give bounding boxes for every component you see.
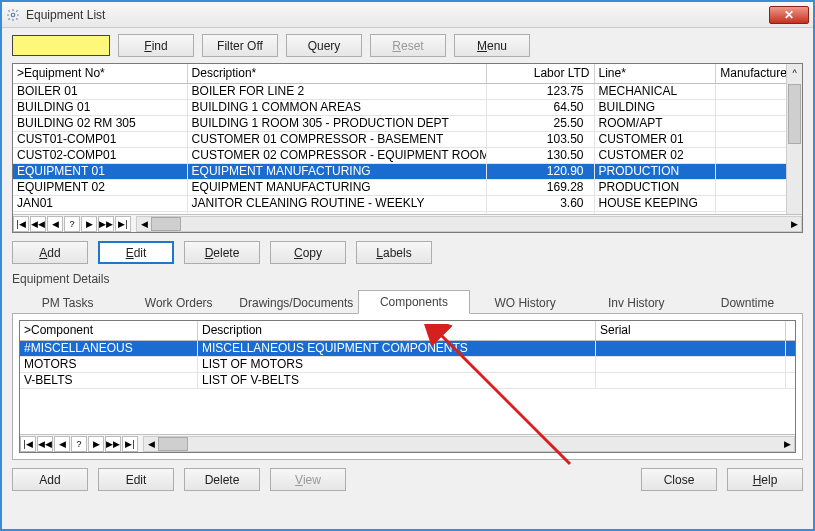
equipment-list-window: Equipment List ✕ FFindind Filter Off Que…	[0, 0, 815, 531]
table-row[interactable]: V-BELTSLIST OF V-BELTS	[20, 373, 795, 389]
scrollbar-thumb[interactable]	[788, 84, 801, 144]
tab-work-orders[interactable]: Work Orders	[123, 291, 234, 314]
menu-button[interactable]: Menu	[454, 34, 530, 57]
reset-button: Reset	[370, 34, 446, 57]
scroll-right-icon[interactable]: ▶	[787, 217, 801, 231]
tab-wo-history[interactable]: WO History	[470, 291, 581, 314]
tab-components[interactable]: Components	[358, 290, 469, 314]
copy-button[interactable]: Copy	[270, 241, 346, 264]
delete-component-button[interactable]: Delete	[184, 468, 260, 491]
table-row[interactable]: EQUIPMENT 02EQUIPMENT MANUFACTURING169.2…	[13, 180, 802, 196]
table-cell: EQUIPMENT MANUFACTURING	[188, 164, 487, 179]
table-cell: HOUSE KEEPING	[595, 196, 717, 211]
hscroll-thumb[interactable]	[158, 437, 188, 451]
horizontal-scrollbar[interactable]: ◀ ▶	[136, 216, 802, 232]
column-header[interactable]: >Component	[20, 321, 198, 340]
equipment-grid: >Equipment No*Description*Labor LTDLine*…	[12, 63, 803, 233]
find-button[interactable]: FFindind	[118, 34, 194, 57]
record-nav-button[interactable]: ▶▶	[105, 436, 121, 452]
scroll-right-icon[interactable]: ▶	[780, 437, 794, 451]
record-nav-button[interactable]: ▶	[81, 216, 97, 232]
bottom-button-row: Add Edit Delete View Close Help	[12, 468, 803, 491]
hscroll-thumb[interactable]	[151, 217, 181, 231]
tab-pm-tasks[interactable]: PM Tasks	[12, 291, 123, 314]
table-cell: 103.50	[487, 132, 595, 147]
close-button[interactable]: Close	[641, 468, 717, 491]
tab-inv-history[interactable]: Inv History	[581, 291, 692, 314]
record-nav-button[interactable]: ◀	[54, 436, 70, 452]
table-cell: BUILDING 1 ROOM 305 - PRODUCTION DEPT	[188, 116, 487, 131]
edit-component-button[interactable]: Edit	[98, 468, 174, 491]
table-row[interactable]: BUILDING 02 RM 305BUILDING 1 ROOM 305 - …	[13, 116, 802, 132]
add-button[interactable]: Add	[12, 241, 88, 264]
record-nav-button[interactable]: ◀◀	[30, 216, 46, 232]
table-cell	[596, 357, 786, 372]
help-button[interactable]: Help	[727, 468, 803, 491]
table-cell	[596, 341, 786, 356]
equipment-grid-header: >Equipment No*Description*Labor LTDLine*…	[13, 64, 802, 84]
column-header[interactable]: Description	[198, 321, 596, 340]
table-row[interactable]: JAN01JANITOR CLEANING ROUTINE - WEEKLY3.…	[13, 196, 802, 212]
details-tabs: PM TasksWork OrdersDrawings/DocumentsCom…	[12, 290, 803, 314]
record-nav-button[interactable]: |◀	[20, 436, 36, 452]
table-cell: CUSTOMER 02	[595, 148, 717, 163]
record-nav-button[interactable]: ◀◀	[37, 436, 53, 452]
search-toolbar: FFindind Filter Off Query Reset Menu	[12, 34, 803, 57]
column-header[interactable]: Line*	[595, 64, 717, 83]
table-cell: CUSTOMER 01 COMPRESSOR - BASEMENT	[188, 132, 487, 147]
column-header[interactable]: Description*	[188, 64, 487, 83]
table-cell: JAN01	[13, 196, 188, 211]
delete-button[interactable]: Delete	[184, 241, 260, 264]
scroll-left-icon[interactable]: ◀	[144, 437, 158, 451]
table-cell: JANITOR CLEANING ROUTINE - WEEKLY	[188, 196, 487, 211]
filter-off-button[interactable]: Filter Off	[202, 34, 278, 57]
record-nav-button[interactable]: ◀	[47, 216, 63, 232]
search-input[interactable]	[12, 35, 110, 56]
scroll-up-icon[interactable]: ^	[789, 66, 800, 80]
table-cell	[596, 373, 786, 388]
table-row[interactable]: BUILDING 01BUILDING 1 COMMON AREAS64.50B…	[13, 100, 802, 116]
column-header[interactable]: Serial	[596, 321, 786, 340]
record-nav-button[interactable]: ▶|	[122, 436, 138, 452]
record-nav-button[interactable]: ▶▶	[98, 216, 114, 232]
components-grid-body[interactable]: #MISCELLANEOUSMISCELLANEOUS EQUIPMENT CO…	[20, 341, 795, 434]
titlebar: Equipment List ✕	[2, 2, 813, 28]
scroll-left-icon[interactable]: ◀	[137, 217, 151, 231]
record-nav-button[interactable]: |◀	[13, 216, 29, 232]
labels-button[interactable]: Labels	[356, 241, 432, 264]
components-tab-panel: >ComponentDescriptionSerial #MISCELLANEO…	[12, 314, 803, 460]
column-header[interactable]: Labor LTD	[487, 64, 595, 83]
close-window-button[interactable]: ✕	[769, 6, 809, 24]
edit-button[interactable]: Edit	[98, 241, 174, 264]
tab-downtime[interactable]: Downtime	[692, 291, 803, 314]
table-row[interactable]: CUST01-COMP01CUSTOMER 01 COMPRESSOR - BA…	[13, 132, 802, 148]
table-row[interactable]: EQUIPMENT 01EQUIPMENT MANUFACTURING120.9…	[13, 164, 802, 180]
table-cell: PRODUCTION	[595, 164, 717, 179]
table-cell: 169.28	[487, 180, 595, 195]
table-cell: CUST02-COMP01	[13, 148, 188, 163]
table-row[interactable]: CUST02-COMP01CUSTOMER 02 COMPRESSOR - EQ…	[13, 148, 802, 164]
content-area: FFindind Filter Off Query Reset Menu >Eq…	[2, 28, 813, 529]
table-cell: BUILDING 01	[13, 100, 188, 115]
record-nav-button[interactable]: ▶	[88, 436, 104, 452]
components-horizontal-scrollbar[interactable]: ◀ ▶	[143, 436, 795, 452]
column-header[interactable]: >Equipment No*	[13, 64, 188, 83]
view-component-button: View	[270, 468, 346, 491]
vertical-scrollbar[interactable]: ^	[786, 64, 802, 214]
window-title: Equipment List	[26, 8, 769, 22]
table-row[interactable]: BOILER 01BOILER FOR LINE 2123.75MECHANIC…	[13, 84, 802, 100]
query-button[interactable]: Query	[286, 34, 362, 57]
table-cell: MISCELLANEOUS EQUIPMENT COMPONENTS	[198, 341, 596, 356]
table-row[interactable]: #MISCELLANEOUSMISCELLANEOUS EQUIPMENT CO…	[20, 341, 795, 357]
equipment-grid-body[interactable]: BOILER 01BOILER FOR LINE 2123.75MECHANIC…	[13, 84, 802, 214]
record-nav-button[interactable]: ?	[71, 436, 87, 452]
tab-drawings-documents[interactable]: Drawings/Documents	[234, 291, 358, 314]
add-component-button[interactable]: Add	[12, 468, 88, 491]
table-cell: BOILER FOR LINE 2	[188, 84, 487, 99]
table-cell: MOTORS	[20, 357, 198, 372]
record-nav-button[interactable]: ▶|	[115, 216, 131, 232]
table-cell: 130.50	[487, 148, 595, 163]
table-row[interactable]: MOTORSLIST OF MOTORS	[20, 357, 795, 373]
record-nav-button[interactable]: ?	[64, 216, 80, 232]
table-cell: BUILDING	[595, 100, 717, 115]
